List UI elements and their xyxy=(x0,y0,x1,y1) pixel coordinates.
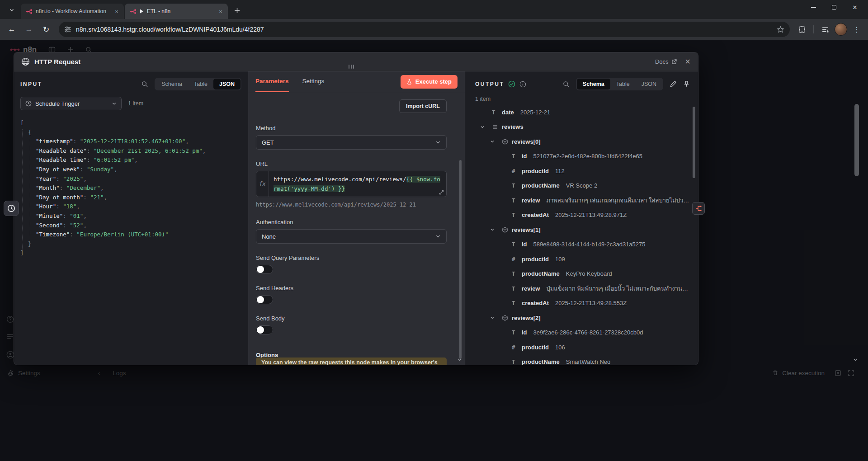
output-key: id xyxy=(522,329,527,336)
authentication-label: Authentication xyxy=(256,219,447,226)
tab-schema[interactable]: Schema xyxy=(156,79,188,89)
output-connection-stub[interactable] xyxy=(692,202,705,215)
url-expression-editor[interactable]: fx https://www.melivecode.com/api/review… xyxy=(256,171,447,197)
pin-icon[interactable] xyxy=(683,80,690,88)
bookmark-star-icon[interactable] xyxy=(777,26,784,33)
output-tree-row[interactable]: TcreatedAt2025-12-21T13:49:28.553Z xyxy=(475,296,690,311)
send-headers-toggle[interactable] xyxy=(256,295,273,304)
tab-close-icon[interactable]: × xyxy=(217,8,224,15)
new-tab-button[interactable] xyxy=(231,4,243,17)
resolved-url-preview: https://www.melivecode.com/api/reviews/2… xyxy=(256,202,447,208)
url-expression-text[interactable]: https://www.melivecode.com/api/reviews/{… xyxy=(269,171,446,197)
back-button[interactable]: ← xyxy=(5,22,19,37)
authentication-select[interactable]: None xyxy=(256,229,447,244)
window-maximize-button[interactable] xyxy=(824,0,844,14)
edit-pencil-icon[interactable] xyxy=(670,80,677,88)
output-tree-row[interactable]: #productId109 xyxy=(475,252,690,267)
params-scrollbar-thumb[interactable] xyxy=(459,160,462,359)
output-tree-row[interactable]: Treviewปุ่มแข็งมาก พิมพ์นานๆ เมื่อยนิ้ว … xyxy=(475,281,690,296)
tab-table[interactable]: Table xyxy=(610,79,636,89)
tab-close-icon[interactable]: × xyxy=(113,8,120,15)
send-query-parameters-toggle[interactable] xyxy=(256,265,273,274)
tab-json[interactable]: JSON xyxy=(213,79,241,89)
window-close-button[interactable]: ✕ xyxy=(844,0,865,14)
output-tree-row[interactable]: Treviewภาพสมจริงมากๆ เล่นเกมสนุกจนลืมเวล… xyxy=(475,193,690,208)
forward-button[interactable]: → xyxy=(22,22,36,37)
docs-link[interactable]: Docs xyxy=(655,58,677,65)
tab-schema[interactable]: Schema xyxy=(577,79,610,89)
tab-json[interactable]: JSON xyxy=(636,79,662,89)
output-tree-row[interactable]: #productId106 xyxy=(475,340,690,355)
output-tree-row[interactable]: Tid521077e2-2e0d-482e-800b-1fd6422f4e65 xyxy=(475,149,690,164)
node-notice[interactable]: You can view the raw requests this node … xyxy=(256,358,447,365)
json-line: "Day of month": "21", xyxy=(20,193,241,202)
method-field: Method GET xyxy=(256,125,447,150)
tab-table[interactable]: Table xyxy=(188,79,213,89)
string-type-icon: T xyxy=(512,197,522,204)
output-tree-row[interactable]: TcreatedAt2025-12-21T13:49:28.971Z xyxy=(475,208,690,223)
json-line: ] xyxy=(20,249,241,258)
output-tree-row[interactable]: Tid3e9f2ae6-286c-4766-8261-27328c20cb0d xyxy=(475,325,690,340)
output-tree-row[interactable]: Tid589e8498-3144-4144-b149-2c3ad31a5275 xyxy=(475,237,690,252)
window-minimize-button[interactable] xyxy=(803,0,824,14)
output-key: productName xyxy=(522,270,560,277)
parameters-panel: Parameters Settings Execute step Import … xyxy=(248,71,465,365)
input-source-select[interactable]: Schedule Trigger xyxy=(20,97,122,110)
output-tree-row[interactable]: TproductNameVR Scope 2 xyxy=(475,179,690,193)
chevron-down-icon[interactable] xyxy=(480,124,492,130)
indent-guide xyxy=(22,129,23,249)
page-scrollbar-thumb[interactable] xyxy=(854,104,859,176)
tab-search-button[interactable] xyxy=(5,4,18,16)
output-tree-row[interactable]: Tdate2025-12-21 xyxy=(475,105,690,120)
schedule-trigger-node-stub[interactable] xyxy=(4,201,19,216)
output-tree-row[interactable]: #productId112 xyxy=(475,164,690,179)
site-info-tune-icon[interactable] xyxy=(64,26,71,33)
profile-avatar[interactable] xyxy=(835,23,847,36)
browser-menu-kebab-icon[interactable]: ⋮ xyxy=(850,23,863,36)
browser-tab-1[interactable]: n8n.io - Workflow Automation × xyxy=(21,4,124,19)
chevron-down-icon xyxy=(112,101,117,106)
scroll-down-arrow-icon[interactable] xyxy=(457,357,462,362)
output-value: ภาพสมจริงมากๆ เล่นเกมสนุกจนลืมเวลา ใส่สบ… xyxy=(546,196,690,205)
execute-step-button[interactable]: Execute step xyxy=(401,75,458,89)
output-value: 2025-12-21 xyxy=(520,109,551,116)
output-key: id xyxy=(522,153,527,160)
import-curl-button[interactable]: Import cURL xyxy=(399,99,447,113)
output-key: review xyxy=(522,285,540,292)
extensions-puzzle-icon[interactable] xyxy=(795,23,809,36)
modal-close-button[interactable]: ✕ xyxy=(685,57,691,66)
output-tree-row[interactable]: reviews[2] xyxy=(475,310,690,325)
reload-button[interactable]: ↻ xyxy=(39,22,53,37)
tab-parameters[interactable]: Parameters xyxy=(255,71,289,92)
chevron-down-icon[interactable] xyxy=(490,315,502,320)
output-value: 2025-12-21T13:49:28.553Z xyxy=(555,300,627,306)
media-controls-icon[interactable] xyxy=(818,23,832,36)
output-tree-row[interactable]: reviews[1] xyxy=(475,222,690,237)
output-scrollbar-thumb[interactable] xyxy=(693,107,695,178)
input-item-count: 1 item xyxy=(128,100,143,107)
address-bar[interactable]: n8n.srv1068143.hstgr.cloud/workflow/LzDW… xyxy=(59,22,790,37)
string-type-icon: T xyxy=(512,153,522,160)
send-headers-label: Send Headers xyxy=(256,285,447,292)
search-icon[interactable] xyxy=(142,81,148,88)
chevron-down-icon[interactable] xyxy=(490,139,502,144)
output-key: createdAt xyxy=(522,212,549,218)
panel-drag-handle[interactable] xyxy=(349,65,354,69)
output-tree-row[interactable]: reviews[0] xyxy=(475,134,690,149)
output-tree-row[interactable]: TproductNameKeyPro Keyboard xyxy=(475,267,690,282)
tab-settings[interactable]: Settings xyxy=(302,71,325,92)
search-icon[interactable] xyxy=(563,81,570,88)
open-expression-editor-icon[interactable] xyxy=(439,189,444,195)
info-icon[interactable] xyxy=(519,81,526,88)
clock-icon xyxy=(7,204,15,212)
output-tree-row[interactable]: TproductNameSmartWatch Neo xyxy=(475,355,690,366)
back-arrow-icon: ← xyxy=(8,25,16,34)
scroll-down-arrow-icon[interactable] xyxy=(853,357,858,362)
method-select[interactable]: GET xyxy=(256,135,447,150)
chevron-down-icon[interactable] xyxy=(490,227,502,232)
json-line: "Month": "December", xyxy=(20,183,241,193)
send-body-toggle[interactable] xyxy=(256,325,273,334)
output-tree-row[interactable]: reviews xyxy=(475,120,690,135)
browser-tab-2-active[interactable]: ETL - n8n × xyxy=(125,4,228,19)
number-type-icon: # xyxy=(512,344,522,351)
